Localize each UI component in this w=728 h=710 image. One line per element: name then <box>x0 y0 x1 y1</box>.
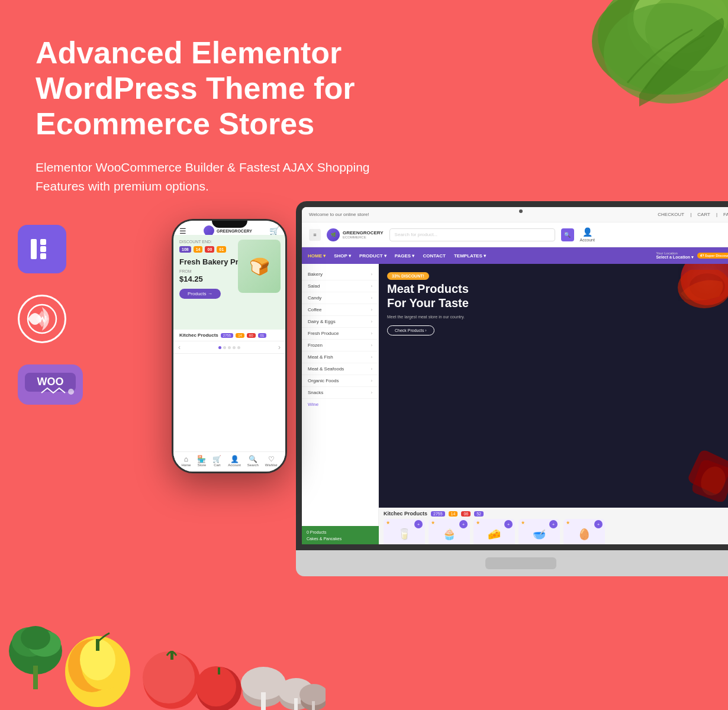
next-arrow[interactable]: › <box>278 343 281 351</box>
nav-home-btn[interactable]: ⌂ Home <box>181 455 191 467</box>
laptop-base <box>296 550 728 576</box>
product-card-3[interactable]: ★ 🧀 + <box>473 519 515 544</box>
topbar-faq: FAQ <box>723 212 728 217</box>
nav-account-btn[interactable]: 👤 Account <box>228 455 241 467</box>
svg-text:WOO: WOO <box>37 376 64 388</box>
cat-bar-cakes: Cakes & Pancakes <box>307 535 374 542</box>
phone-screen: ☰ GREENGROCERY 🛒 DISCOUNT END: 108 14 00… <box>173 221 285 472</box>
nav-store-btn[interactable]: 🏪 Store <box>197 455 206 467</box>
star-icon-1: ★ <box>386 520 390 525</box>
nav-search-btn[interactable]: 🔍 Search <box>247 455 259 467</box>
svg-rect-23 <box>33 666 38 689</box>
home-icon: ⌂ <box>184 455 188 463</box>
cat-snacks[interactable]: Snacks› <box>302 387 378 399</box>
nav-templates[interactable]: TEMPLATES ▾ <box>454 253 486 259</box>
star-icon-5: ★ <box>566 520 570 525</box>
meat-deco-top <box>669 270 728 329</box>
laptop-outer-frame: Welcome to our online store! CHECKOUT | … <box>296 201 728 550</box>
cat-fresh[interactable]: Fresh Produce› <box>302 328 378 340</box>
laptop-search-button[interactable]: 🔍 <box>561 228 574 241</box>
nav-cart-btn[interactable]: 🛒 Cart <box>212 455 221 467</box>
phone-kit-badge2: 14 <box>236 333 244 338</box>
dot-5 <box>237 346 240 349</box>
store-icon: 🏪 <box>197 455 206 463</box>
nav-wishlist-btn[interactable]: ♡ Wishlist <box>265 455 278 467</box>
topbar-separator: | <box>690 212 691 217</box>
nav-shop[interactable]: SHOP ▾ <box>334 253 351 259</box>
hero-discount-badge: 33% DISCOUNT! <box>387 272 429 280</box>
nav-pages[interactable]: PAGES ▾ <box>395 253 415 259</box>
topbar-welcome: Welcome to our online store! <box>309 212 369 217</box>
cart-btn-1[interactable]: + <box>414 520 423 528</box>
phone-mockup: ☰ GREENGROCERY 🛒 DISCOUNT END: 108 14 00… <box>172 219 287 473</box>
phone-hamburger[interactable]: ☰ <box>179 227 186 235</box>
account-nav-label: Account <box>228 463 241 467</box>
phone-kit-badge3: 60 <box>247 333 256 338</box>
product-card-1[interactable]: ★ 🥛 + <box>384 519 425 544</box>
elementor-badge <box>18 225 66 273</box>
nav-home[interactable]: HOME ▾ <box>308 253 326 259</box>
svg-rect-37 <box>261 692 266 710</box>
phone-products-btn[interactable]: Products → <box>179 289 221 299</box>
lettuce-decoration <box>568 0 728 154</box>
product-card-5[interactable]: ★ 🥚 + <box>563 519 605 544</box>
nav-product[interactable]: PRODUCT ▾ <box>359 253 386 259</box>
laptop-hero: 33% DISCOUNT! Meat Products For Your Tas… <box>379 264 728 508</box>
phone-cart-icon[interactable]: 🛒 <box>269 226 279 235</box>
phone-kitchec-label: Kitchec Products <box>179 333 218 338</box>
svg-rect-40 <box>294 698 298 710</box>
svg-rect-43 <box>312 701 315 710</box>
laptop-trackpad <box>485 557 556 569</box>
cat-coffee[interactable]: Coffee› <box>302 304 378 316</box>
location-select[interactable]: Select a Location ▾ <box>656 255 694 260</box>
cat-bakery[interactable]: Bakery› <box>302 269 378 280</box>
product-cards-row: ★ 🥛 + ★ 🧁 + ★ 🧀 <box>384 519 728 544</box>
kitchec-header: Kitchec Products 2755 14 06 52 <box>384 511 728 517</box>
phone-kit-badge1: 2755 <box>221 333 233 338</box>
kitchec-timer1: 14 <box>449 511 458 517</box>
phone-kit-badge4: 01 <box>258 333 267 338</box>
cat-bar-0products: 0 Products <box>307 529 374 535</box>
timer-box-4: 01 <box>217 246 226 253</box>
cat-candy[interactable]: Candy› <box>302 292 378 304</box>
laptop-search-box[interactable]: Search for product... <box>389 228 555 241</box>
phone-frame: ☰ GREENGROCERY 🛒 DISCOUNT END: 108 14 00… <box>172 219 287 473</box>
cart-btn-3[interactable]: + <box>504 520 513 528</box>
account-label: Account <box>580 238 595 242</box>
svg-rect-31 <box>170 651 173 660</box>
topbar-checkout: CHECKOUT <box>658 212 684 217</box>
topbar-cart: CART <box>697 212 710 217</box>
cat-dairy[interactable]: Dairy & Eggs› <box>302 316 378 328</box>
nav-contact[interactable]: CONTACT <box>423 253 446 259</box>
phone-bottom-nav: ⌂ Home 🏪 Store 🛒 Cart 👤 Account 🔍 <box>173 451 285 472</box>
laptop-account[interactable]: 👤 Account <box>580 227 595 242</box>
cat-seafood[interactable]: Meat & Seafoods› <box>302 363 378 375</box>
nav-right-section: Your Location Select a Location ▾ 🏷 Supe… <box>656 251 728 260</box>
wishlist-label: Wishlist <box>265 463 278 467</box>
cat-salad[interactable]: Salad› <box>302 280 378 292</box>
laptop-products-bar: Kitchec Products 2755 14 06 52 ★ 🥛 + <box>379 508 728 544</box>
account-icon: 👤 <box>582 227 592 237</box>
product-card-4[interactable]: ★ 🥣 + <box>518 519 560 544</box>
cat-meat-fish[interactable]: Meat & Fish› <box>302 351 378 363</box>
cart-btn-2[interactable]: + <box>459 520 468 528</box>
vegetables-decoration <box>0 556 326 710</box>
prev-arrow[interactable]: ‹ <box>178 343 181 351</box>
laptop-topbar: Welcome to our online store! CHECKOUT | … <box>302 207 728 222</box>
cat-more[interactable]: Wine <box>302 399 378 410</box>
svg-rect-7 <box>40 239 46 245</box>
dot-4 <box>233 346 236 349</box>
product-card-2[interactable]: ★ 🧁 + <box>429 519 470 544</box>
laptop-camera <box>519 209 523 213</box>
dot-2 <box>223 346 226 349</box>
timer-box-1: 108 <box>179 246 191 253</box>
hero-check-products-btn[interactable]: Check Products › <box>387 325 434 335</box>
dots <box>218 346 240 349</box>
cat-frozen[interactable]: Frozen› <box>302 340 378 351</box>
laptop-main: 33% DISCOUNT! Meat Products For Your Tas… <box>379 264 728 544</box>
cat-organic[interactable]: Organic Foods› <box>302 375 378 387</box>
cart-icon: 🛒 <box>212 455 221 463</box>
cart-btn-4[interactable]: + <box>549 520 558 528</box>
cart-btn-5[interactable]: + <box>594 520 603 528</box>
laptop-mockup: Welcome to our online store! CHECKOUT | … <box>296 201 728 580</box>
